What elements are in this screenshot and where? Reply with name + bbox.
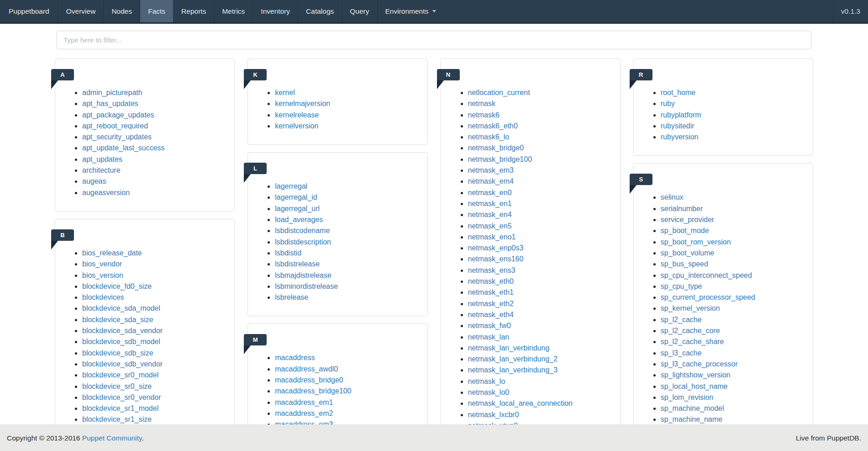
fact-link[interactable]: macaddress_bridge100 [275, 387, 351, 395]
fact-link[interactable]: sp_boot_mode [661, 227, 709, 234]
fact-link[interactable]: service_provider [661, 216, 714, 223]
fact-link[interactable]: lagerregal_id [275, 193, 317, 201]
fact-link[interactable]: sp_machine_model [661, 404, 724, 412]
fact-link[interactable]: netmask6_lo [468, 133, 510, 141]
fact-link[interactable]: macaddress_em2 [275, 409, 333, 417]
fact-link[interactable]: macaddress [275, 354, 315, 361]
nav-item-facts[interactable]: Facts [140, 0, 173, 22]
fact-link[interactable]: netmask_lo [468, 377, 505, 385]
fact-link[interactable]: netmask_fw0 [468, 322, 511, 329]
fact-link[interactable]: netmask_eth1 [468, 288, 514, 296]
filter-input[interactable] [57, 31, 811, 49]
fact-link[interactable]: netmask_eth0 [468, 277, 514, 285]
fact-link[interactable]: macaddress_awdl0 [275, 365, 338, 373]
fact-link[interactable]: sp_boot_rom_version [661, 238, 731, 246]
fact-link[interactable]: netmask_en0 [468, 189, 512, 196]
fact-link[interactable]: netmask_local_area_connection [468, 399, 573, 407]
fact-link[interactable]: lsbmajdistrelease [275, 271, 331, 279]
fact-link[interactable]: blockdevice_sda_model [82, 304, 160, 312]
nav-item-metrics[interactable]: Metrics [214, 0, 253, 22]
fact-link[interactable]: architecture [82, 166, 121, 174]
fact-link[interactable]: netmask_enp0s3 [468, 244, 524, 252]
fact-link[interactable]: netmask_lan [468, 333, 510, 341]
fact-link[interactable]: netmask_eth2 [468, 300, 514, 308]
fact-link[interactable]: sp_lightshow_version [661, 371, 731, 379]
fact-link[interactable]: sp_l3_cache [661, 349, 702, 357]
fact-link[interactable]: apt_has_updates [82, 100, 138, 107]
fact-link[interactable]: netmask_bridge0 [468, 144, 524, 152]
fact-link[interactable]: bios_release_date [82, 249, 142, 257]
fact-link[interactable]: selinux [661, 193, 684, 201]
fact-link[interactable]: blockdevice_fd0_size [82, 282, 152, 290]
fact-link[interactable]: netmask_ens3 [468, 266, 516, 274]
nav-item-catalogs[interactable]: Catalogs [298, 0, 342, 22]
nav-item-reports[interactable]: Reports [173, 0, 214, 22]
fact-link[interactable]: serialnumber [661, 205, 703, 212]
fact-link[interactable]: lsbdistcodename [275, 227, 330, 234]
fact-link[interactable]: netmask_lxcbr0 [468, 411, 519, 419]
fact-link[interactable]: netmask6 [468, 111, 500, 119]
fact-link[interactable]: sp_l2_cache [661, 316, 702, 324]
puppet-community-link[interactable]: Puppet Community [82, 434, 142, 442]
fact-link[interactable]: netmask_lo0 [468, 388, 510, 396]
fact-link[interactable]: lagerregal_url [275, 205, 320, 212]
fact-link[interactable]: load_averages [275, 216, 323, 223]
fact-link[interactable]: sp_boot_volume [661, 249, 714, 257]
fact-link[interactable]: bios_version [82, 271, 123, 279]
fact-link[interactable]: blockdevice_sda_vendor [82, 327, 163, 334]
fact-link[interactable]: kernelmajversion [275, 100, 330, 107]
fact-link[interactable]: netmask_bridge100 [468, 155, 532, 163]
fact-link[interactable]: kernelversion [275, 122, 318, 130]
fact-link[interactable]: blockdevice_sr0_model [82, 371, 158, 379]
nav-item-overview[interactable]: Overview [58, 0, 104, 22]
fact-link[interactable]: netmask_en1 [468, 200, 512, 207]
fact-link[interactable]: lsbdistdescription [275, 238, 331, 246]
nav-item-query[interactable]: Query [342, 0, 377, 22]
fact-link[interactable]: netmask [468, 100, 495, 107]
fact-link[interactable]: blockdevice_sr0_size [82, 382, 152, 390]
fact-link[interactable]: netmask_em4 [468, 177, 514, 185]
fact-link[interactable]: lsbdistrelease [275, 260, 320, 268]
fact-link[interactable]: sp_kernel_version [661, 304, 720, 312]
fact-link[interactable]: sp_local_host_name [661, 382, 728, 390]
fact-link[interactable]: sp_cpu_interconnect_speed [661, 271, 752, 279]
fact-link[interactable]: lsbdistid [275, 249, 301, 257]
fact-link[interactable]: blockdevice_sr0_vendor [82, 393, 161, 401]
navbar-brand[interactable]: Puppetboard [0, 0, 58, 22]
fact-link[interactable]: apt_update_last_success [82, 144, 165, 152]
fact-link[interactable]: rubyplatform [661, 111, 701, 119]
fact-link[interactable]: apt_updates [82, 155, 122, 163]
fact-link[interactable]: blockdevice_sdb_size [82, 349, 153, 357]
fact-link[interactable]: netmask_ens160 [468, 255, 524, 263]
fact-link[interactable]: rubysitedir [661, 122, 694, 130]
fact-link[interactable]: blockdevice_sdb_vendor [82, 360, 163, 368]
fact-link[interactable]: sp_lom_revision [661, 393, 714, 401]
fact-link[interactable]: apt_security_updates [82, 133, 152, 141]
fact-link[interactable]: blockdevice_sr1_model [82, 404, 158, 412]
fact-link[interactable]: sp_l2_cache_core [661, 327, 720, 334]
nav-item-nodes[interactable]: Nodes [103, 0, 140, 22]
fact-link[interactable]: sp_l2_cache_share [661, 338, 724, 345]
nav-item-environments[interactable]: Environments [377, 0, 444, 22]
fact-link[interactable]: bios_vendor [82, 260, 122, 268]
fact-link[interactable]: netmask_lan_verbindung_3 [468, 366, 558, 374]
fact-link[interactable]: netlocation_current [468, 89, 530, 96]
fact-link[interactable]: ruby [661, 100, 675, 107]
fact-link[interactable]: apt_package_updates [82, 111, 154, 119]
fact-link[interactable]: lsbminordistrelease [275, 282, 338, 290]
fact-link[interactable]: blockdevice_sda_size [82, 316, 153, 324]
fact-link[interactable]: sp_l3_cache_processor [661, 360, 738, 368]
fact-link[interactable]: sp_current_processor_speed [661, 293, 755, 301]
fact-link[interactable]: kernelrelease [275, 111, 319, 119]
fact-link[interactable]: blockdevice_sr1_size [82, 415, 152, 423]
nav-item-inventory[interactable]: Inventory [253, 0, 298, 22]
fact-link[interactable]: netmask_eno1 [468, 233, 516, 241]
fact-link[interactable]: apt_reboot_required [82, 122, 148, 130]
fact-link[interactable]: augeas [82, 177, 106, 185]
fact-link[interactable]: blockdevice_sdb_model [82, 338, 160, 345]
fact-link[interactable]: rubyversion [661, 133, 699, 141]
fact-link[interactable]: netmask_eth4 [468, 311, 514, 318]
fact-link[interactable]: kernel [275, 89, 295, 96]
fact-link[interactable]: admin_picturepath [82, 89, 142, 96]
fact-link[interactable]: blockdevices [82, 293, 124, 301]
